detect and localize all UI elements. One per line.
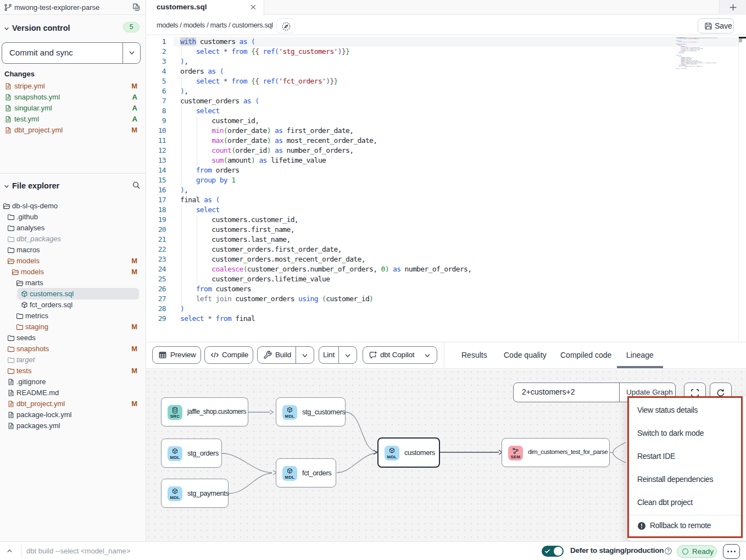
- menu-item-view-status-details[interactable]: View status details: [637, 406, 742, 417]
- tree-item-metrics[interactable]: metrics: [0, 311, 146, 321]
- change-item-singular.yml[interactable]: singular.ymlA: [0, 103, 146, 114]
- menu-item-clean-dbt-project[interactable]: Clean dbt project: [637, 498, 742, 509]
- breadcrumb: models / models / marts / customers.sql: [157, 21, 273, 29]
- lineage-node-stg_orders[interactable]: MDLstg_orders: [161, 439, 222, 468]
- tree-item-snapshots[interactable]: snapshotsM: [0, 343, 146, 354]
- tree-item-seeds[interactable]: seeds: [0, 332, 146, 343]
- code-line-19: customers.customer_id,: [180, 215, 471, 225]
- lint-dropdown-chevron-icon[interactable]: [344, 352, 352, 359]
- minimap[interactable]: with customers as ( select * from {{ ref…: [676, 37, 717, 69]
- tree-item-.gitignore[interactable]: .gitignore: [0, 376, 146, 387]
- tree-status-badge: M: [131, 367, 137, 375]
- change-status-badge: A: [132, 104, 137, 112]
- save-icon: [704, 21, 713, 31]
- tree-item-dbt_packages[interactable]: dbt_packages: [0, 234, 146, 245]
- lineage-node-fct_orders[interactable]: MDLfct_orders: [276, 458, 336, 487]
- code-line-21: customers.last_name,: [180, 235, 471, 245]
- folder-open-icon: [16, 279, 24, 287]
- build-dropdown-chevron-icon[interactable]: [301, 352, 309, 359]
- tree-item-models[interactable]: modelsM: [0, 256, 146, 267]
- tree-item-macros[interactable]: macros: [0, 245, 146, 256]
- search-icon[interactable]: [132, 181, 141, 190]
- mdl-badge: MDL: [385, 446, 399, 461]
- change-item-snapshots.yml[interactable]: snapshots.ymlA: [0, 92, 146, 103]
- tab-compiled-code[interactable]: Compiled code: [560, 343, 610, 368]
- line-number: 7: [146, 96, 166, 106]
- tree-item-marts[interactable]: marts: [0, 278, 146, 289]
- code-line-1: with customers as (: [180, 37, 471, 47]
- tab-customers-sql[interactable]: customers.sql: [146, 0, 264, 15]
- code-editor[interactable]: 1234567891011121314151617181920212223242…: [146, 35, 746, 342]
- changes-count-badge: 5: [123, 22, 140, 32]
- folder-open-icon: [12, 268, 19, 276]
- commit-and-sync-button[interactable]: Commit and sync: [2, 42, 141, 64]
- dbt-copilot-button[interactable]: dbt Copilot: [363, 346, 437, 364]
- tree-item-tests[interactable]: testsM: [0, 365, 146, 376]
- new-tab-icon[interactable]: [728, 3, 738, 12]
- tree-item-fct_orders.sql[interactable]: fct_orders.sql: [0, 300, 146, 311]
- copy-icon[interactable]: [132, 3, 141, 12]
- file-icon: [4, 104, 12, 112]
- change-item-stripe.yml[interactable]: stripe.ymlM: [0, 81, 146, 92]
- menu-item-restart-ide[interactable]: Restart IDE: [637, 452, 742, 463]
- lineage-node-stg_payments[interactable]: MDLstg_payments: [161, 479, 229, 508]
- file-icon: [4, 93, 12, 101]
- defer-toggle[interactable]: [542, 546, 564, 557]
- button-divider: [296, 347, 296, 363]
- tree-item-analyses[interactable]: analyses: [0, 223, 146, 234]
- tree-item-target[interactable]: target: [0, 354, 146, 365]
- scrollbar-thumb[interactable]: [739, 38, 742, 42]
- build-button[interactable]: Build: [257, 346, 314, 364]
- build-label: Build: [275, 351, 291, 359]
- version-control-header[interactable]: Version control 5: [0, 23, 146, 34]
- tab-lineage[interactable]: Lineage: [626, 343, 654, 368]
- tree-item-models[interactable]: modelsM: [0, 267, 146, 278]
- node-label: dim_customers_test_for_parse: [528, 448, 608, 455]
- tree-item-label: tests: [16, 367, 31, 375]
- node-kind-label: SEM: [508, 455, 523, 459]
- tree-item-dbt_project.yml[interactable]: dbt_project.ymlM: [0, 398, 146, 409]
- close-tab-icon[interactable]: [249, 3, 257, 11]
- tree-item-db-sl-qs-demo[interactable]: db-sl-qs-demo: [0, 201, 146, 212]
- line-number: 6: [146, 86, 166, 96]
- tab-results[interactable]: Results: [461, 343, 488, 368]
- chevron-up-icon[interactable]: [6, 547, 13, 555]
- file-icon: [4, 126, 12, 134]
- tree-item-label: README.md: [16, 389, 59, 397]
- tree-item-staging[interactable]: stagingM: [0, 321, 146, 332]
- tree-item-.github[interactable]: .github: [0, 212, 146, 223]
- command-input[interactable]: dbt build --select <model_name>: [26, 547, 130, 555]
- change-item-dbt_project.yml[interactable]: dbt_project.ymlM: [0, 125, 146, 136]
- lineage-node-stg_customers[interactable]: MDLstg_customers: [276, 397, 346, 426]
- help-icon[interactable]: [664, 547, 672, 555]
- menu-item-rollback-to-remote[interactable]: Rollback to remote: [637, 521, 742, 532]
- lineage-node-jaffle_shop.customers[interactable]: SRCjaffle_shop.customers: [161, 397, 248, 426]
- lineage-node-dim_customers_test_for_parse[interactable]: SEMdim_customers_test_for_parse: [502, 438, 610, 467]
- tree-item-README.md[interactable]: README.md: [0, 387, 146, 398]
- menu-item-switch-to-dark-mode[interactable]: Switch to dark mode: [637, 429, 742, 440]
- update-graph-button[interactable]: Update Graph: [626, 388, 673, 396]
- line-number: 11: [146, 136, 166, 146]
- tab-code-quality[interactable]: Code quality: [504, 343, 545, 368]
- menu-item-reinstall-dependencies[interactable]: Reinstall dependencies: [637, 475, 742, 486]
- file-explorer-header[interactable]: File explorer: [0, 181, 146, 192]
- change-file-name: stripe.yml: [14, 82, 45, 90]
- lint-button[interactable]: Lint: [319, 346, 357, 364]
- menu-item-label: Restart IDE: [637, 452, 675, 461]
- lineage-node-customers[interactable]: MDLcustomers: [377, 437, 440, 468]
- code-line-24: coalesce(customer_orders.number_of_order…: [180, 264, 471, 274]
- chevron-down-icon[interactable]: [128, 49, 136, 57]
- compile-button[interactable]: Compile: [204, 346, 253, 364]
- more-options-button[interactable]: [723, 544, 740, 559]
- tree-item-customers.sql[interactable]: customers.sql: [0, 289, 146, 300]
- copilot-dropdown-chevron-icon[interactable]: [424, 352, 431, 359]
- preview-button[interactable]: Preview: [152, 346, 201, 364]
- line-number: 5: [146, 76, 166, 86]
- save-button[interactable]: Save: [698, 18, 734, 34]
- tree-item-package-lock.yml[interactable]: package-lock.yml: [0, 409, 146, 420]
- tree-item-packages.yml[interactable]: packages.yml: [0, 420, 146, 431]
- compass-button[interactable]: [276, 18, 295, 34]
- lineage-search-input[interactable]: 2+customers+2: [522, 387, 575, 396]
- code-content[interactable]: with customers as ( select * from {{ ref…: [180, 37, 471, 324]
- change-item-test.yml[interactable]: test.ymlA: [0, 114, 146, 125]
